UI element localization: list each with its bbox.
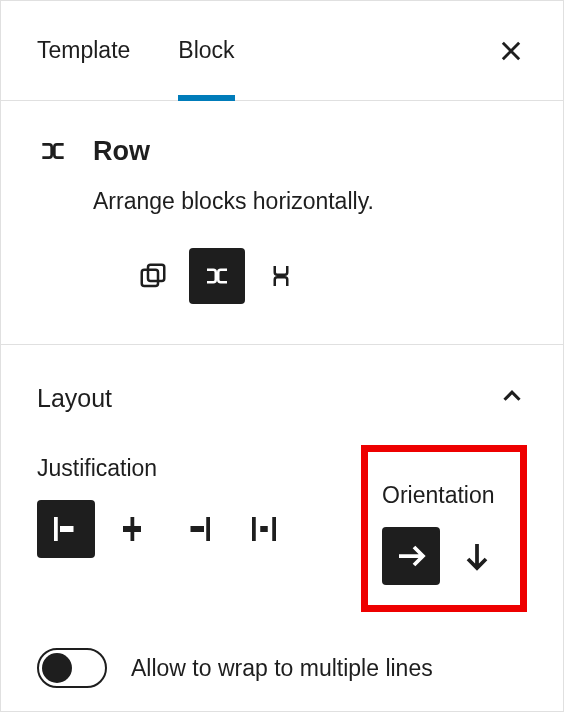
row-block-icon — [37, 135, 69, 167]
group-icon — [138, 261, 168, 291]
justification-label: Justification — [37, 455, 293, 482]
orientation-highlight: Orientation — [361, 445, 527, 612]
layout-panel: Layout Justification — [1, 345, 563, 712]
justify-right-icon — [180, 511, 216, 547]
wrap-toggle-label: Allow to wrap to multiple lines — [131, 655, 433, 682]
svg-rect-9 — [272, 517, 276, 541]
transform-group-button[interactable] — [125, 248, 181, 304]
svg-rect-10 — [260, 526, 268, 532]
justify-left-button[interactable] — [37, 500, 95, 558]
layout-controls-row: Justification Orientation — [37, 455, 527, 612]
block-card: Row Arrange blocks horizontally. — [1, 101, 563, 345]
block-transform-options — [125, 248, 527, 304]
justify-center-icon — [114, 511, 150, 547]
transform-stack-button[interactable] — [253, 248, 309, 304]
layout-panel-title: Layout — [37, 384, 112, 413]
svg-rect-1 — [148, 265, 164, 281]
svg-rect-0 — [142, 270, 158, 286]
svg-rect-5 — [123, 526, 141, 532]
svg-rect-8 — [252, 517, 256, 541]
svg-rect-3 — [60, 526, 74, 532]
arrow-down-icon — [459, 538, 495, 574]
transform-row-button[interactable] — [189, 248, 245, 304]
svg-rect-6 — [206, 517, 210, 541]
tab-template[interactable]: Template — [1, 1, 154, 100]
chevron-up-icon — [497, 381, 527, 415]
orientation-label: Orientation — [382, 482, 506, 509]
block-title: Row — [93, 136, 150, 167]
wrap-toggle-row: Allow to wrap to multiple lines — [37, 648, 527, 688]
layout-panel-header[interactable]: Layout — [37, 381, 527, 415]
justify-space-between-button[interactable] — [235, 500, 293, 558]
stack-icon — [266, 261, 296, 291]
justify-left-icon — [48, 511, 84, 547]
justification-buttons — [37, 500, 293, 558]
orientation-vertical-button[interactable] — [448, 527, 506, 585]
close-button[interactable] — [487, 27, 535, 75]
justification-group: Justification — [37, 455, 293, 558]
orientation-horizontal-button[interactable] — [382, 527, 440, 585]
block-head: Row — [37, 135, 527, 167]
svg-rect-7 — [191, 526, 205, 532]
block-description: Arrange blocks horizontally. — [93, 185, 527, 218]
justify-space-between-icon — [246, 511, 282, 547]
wrap-toggle[interactable] — [37, 648, 107, 688]
tab-template-label: Template — [37, 37, 130, 64]
orientation-buttons — [382, 527, 506, 585]
justify-center-button[interactable] — [103, 500, 161, 558]
settings-tabs: Template Block — [1, 1, 563, 101]
justify-right-button[interactable] — [169, 500, 227, 558]
arrow-right-icon — [393, 538, 429, 574]
close-icon — [497, 37, 525, 65]
tab-block-label: Block — [178, 37, 234, 64]
toggle-knob — [42, 653, 72, 683]
tab-block[interactable]: Block — [154, 1, 258, 100]
row-icon — [202, 261, 232, 291]
orientation-group: Orientation — [382, 482, 506, 585]
svg-rect-2 — [54, 517, 58, 541]
